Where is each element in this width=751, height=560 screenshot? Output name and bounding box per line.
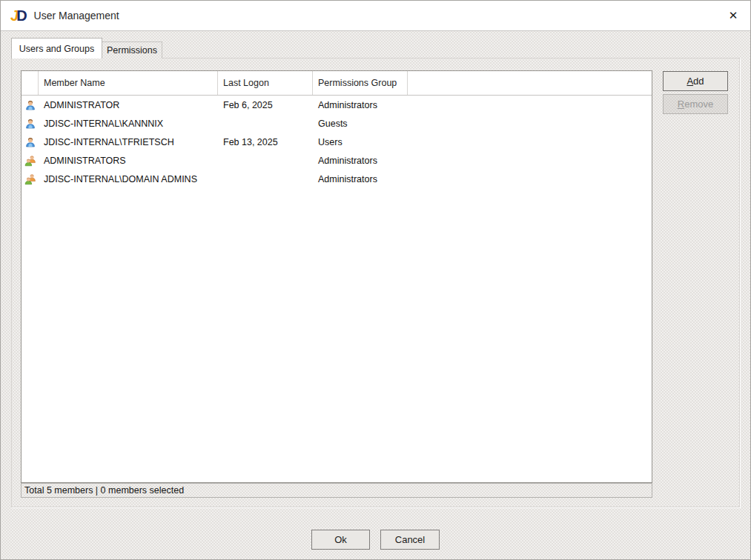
cancel-button[interactable]: Cancel [380,530,440,550]
add-button[interactable]: Add [663,71,728,91]
table-row[interactable]: ADMINISTRATORS Administrators [21,151,652,170]
remove-mnemonic: R [678,99,684,110]
last-logon: Feb 13, 2025 [218,137,313,147]
group-icon [24,155,36,167]
permissions-group: Administrators [313,174,408,184]
column-header-filler [408,71,652,95]
jdisc-logo-icon: JD [10,8,25,23]
logo-letter-d: D [16,7,24,24]
column-header-icon[interactable] [21,71,39,95]
ok-button[interactable]: Ok [311,530,370,550]
remove-label-rest: emove [684,99,713,110]
table-row[interactable]: JDISC-INTERNAL\KANNNIX Guests [21,114,652,133]
table-row[interactable]: ADMINISTRATOR Feb 6, 2025 Administrators [21,96,652,114]
row-icon-cell [21,155,39,167]
logo-letter-j: J [10,7,16,24]
user-icon [24,136,36,148]
close-icon[interactable]: ✕ [724,6,743,25]
member-name: JDISC-INTERNAL\KANNNIX [39,119,218,129]
add-mnemonic: A [687,76,693,87]
row-icon-cell [21,99,39,111]
remove-button[interactable]: Remove [663,94,728,114]
last-logon: Feb 6, 2025 [218,100,313,110]
column-header-permissions-group[interactable]: Permissions Group [313,71,408,95]
table-row[interactable]: JDISC-INTERNAL\TFRIETSCH Feb 13, 2025 Us… [21,133,652,151]
table-header: Member Name Last Logon Permissions Group [21,71,652,96]
table-row[interactable]: JDISC-INTERNAL\DOMAIN ADMINS Administrat… [21,170,652,188]
tab-permissions[interactable]: Permissions [102,41,162,59]
window-title: User Management [34,10,119,21]
permissions-group: Administrators [313,156,408,166]
title-bar: JD User Management ✕ [1,1,750,31]
permissions-group: Guests [313,119,408,129]
member-name: JDISC-INTERNAL\DOMAIN ADMINS [39,174,218,184]
add-label-rest: dd [693,76,704,87]
member-name: JDISC-INTERNAL\TFRIETSCH [39,137,218,147]
dialog-content: Users and Groups Permissions Member Name… [1,31,750,559]
status-text: Total 5 members | 0 members selected [24,485,184,496]
member-name: ADMINISTRATOR [39,100,218,110]
column-header-member-name[interactable]: Member Name [39,71,218,95]
user-icon [24,118,36,130]
user-icon [24,99,36,111]
member-name: ADMINISTRATORS [39,156,218,166]
column-header-last-logon[interactable]: Last Logon [218,71,313,95]
group-icon [24,173,36,185]
table-body: ADMINISTRATOR Feb 6, 2025 Administrators… [21,96,652,188]
row-icon-cell [21,136,39,148]
users-and-groups-panel: Member Name Last Logon Permissions Group [11,58,740,507]
permissions-group: Users [313,137,408,147]
row-icon-cell [21,173,39,185]
members-table: Member Name Last Logon Permissions Group [21,70,652,483]
permissions-group: Administrators [313,100,408,110]
row-icon-cell [21,118,39,130]
user-management-dialog: JD User Management ✕ Users and Groups Pe… [0,0,751,560]
status-bar: Total 5 members | 0 members selected [21,483,652,498]
tab-users-and-groups[interactable]: Users and Groups [11,38,102,59]
